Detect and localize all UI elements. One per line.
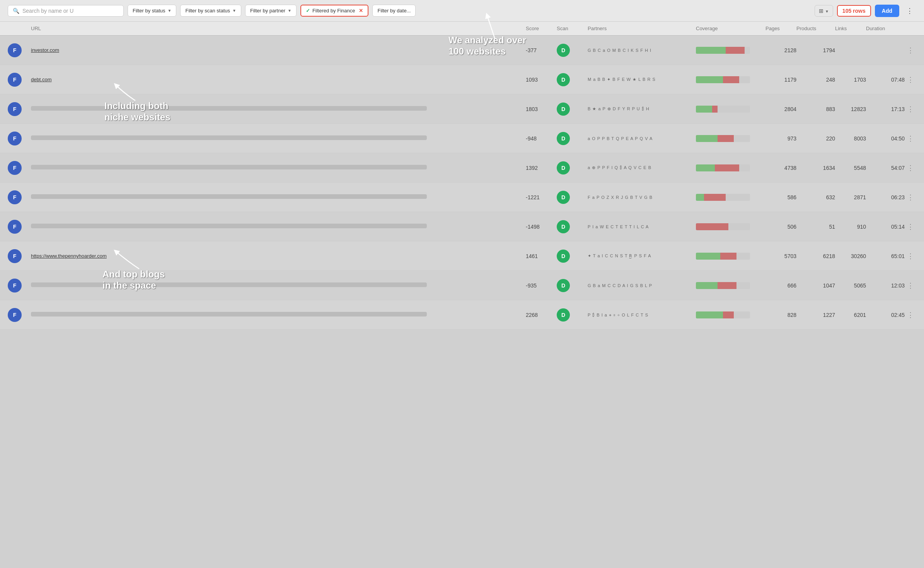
products-cell: 883 (796, 106, 835, 112)
search-placeholder: Search by name or U (22, 8, 73, 14)
filter-status-label: Filter by status (133, 8, 165, 14)
filter-status-button[interactable]: Filter by status ▼ (128, 5, 176, 17)
url-link[interactable]: debt.com (31, 77, 526, 82)
table-row: F-948Da O P P B T Q P E A P Q V A 973220… (0, 124, 924, 153)
url-cell (31, 282, 526, 289)
partners-cell: a O P P B T Q P E A P Q V A (588, 136, 696, 141)
scan-badge: D (557, 132, 588, 145)
url-cell (31, 165, 526, 171)
url-cell (31, 106, 526, 112)
layout-button[interactable]: ⊞ ▼ (815, 5, 833, 17)
url-cell (31, 194, 526, 200)
row-menu-button[interactable]: ⋮ (905, 75, 916, 84)
chevron-down-icon: ▼ (825, 9, 829, 14)
row-menu-button[interactable]: ⋮ (905, 193, 916, 202)
row-menu-button[interactable]: ⋮ (905, 252, 916, 260)
score-cell: 1392 (526, 165, 557, 171)
row-menu-button[interactable]: ⋮ (905, 134, 916, 143)
products-cell: 1047 (796, 282, 835, 289)
coverage-cell (696, 106, 765, 113)
search-box[interactable]: 🔍 Search by name or U (8, 5, 124, 17)
coverage-green (696, 135, 718, 142)
duration-cell: 05:14 (866, 224, 905, 230)
coverage-cell (696, 76, 765, 83)
header-avatar (8, 26, 31, 31)
coverage-green (696, 253, 720, 260)
header-duration: Duration (866, 26, 905, 31)
search-icon: 🔍 (13, 8, 19, 14)
partners-cell: ✦ T a I C C N S T R̲ P S F A (588, 253, 696, 258)
row-menu-button[interactable]: ⋮ (905, 105, 916, 113)
partners-cell: G B a M C C D A I G S B L P (588, 283, 696, 288)
table-row: F1803DB ★ a P ⊕ D F Y R P U ₿ H 28048831… (0, 94, 924, 124)
coverage-cell (696, 164, 765, 171)
coverage-bar (696, 47, 750, 54)
partners-cell: P ₿ B I a ⊕ ≋ ÷ O L F C T S (588, 313, 696, 317)
row-menu-button[interactable]: ⋮ (905, 222, 916, 231)
duration-cell: 65:01 (866, 253, 905, 259)
row-menu-button[interactable]: ⋮ (905, 164, 916, 172)
filter-scan-button[interactable]: Filter by scan status ▼ (180, 5, 241, 17)
url-cell: investor.com (31, 47, 526, 53)
partners-cell: P I a W E C T E T T I L C A (588, 224, 696, 229)
coverage-red (726, 47, 745, 54)
url-cell (31, 224, 526, 230)
coverage-green (696, 311, 723, 318)
score-cell: -1221 (526, 194, 557, 200)
score-cell: -1498 (526, 224, 557, 230)
coverage-red (718, 135, 734, 142)
row-menu-button[interactable]: ⋮ (905, 281, 916, 290)
table-row: Fdebt.com1093DM a B B ✦ B F E W ★ L B R … (0, 65, 924, 94)
pages-cell: 1179 (765, 77, 796, 83)
pages-cell: 2128 (765, 47, 796, 53)
table-row: F2268DP ₿ B I a ⊕ ≋ ÷ O L F C T S 828122… (0, 300, 924, 330)
coverage-green (696, 106, 712, 113)
row-menu-button[interactable]: ⋮ (905, 46, 916, 55)
more-icon: ⋮ (906, 7, 913, 15)
url-placeholder (31, 282, 427, 287)
header-coverage: Coverage (696, 26, 765, 31)
chevron-down-icon: ▼ (168, 9, 172, 13)
layout-icon: ⊞ (819, 8, 823, 14)
row-menu-button[interactable]: ⋮ (905, 311, 916, 319)
score-cell: 1461 (526, 253, 557, 259)
check-icon: ✓ (306, 8, 310, 14)
pages-cell: 586 (765, 194, 796, 200)
coverage-cell (696, 253, 765, 260)
filter-finance-button[interactable]: ✓ Filtered by Finance ✕ (300, 5, 369, 17)
scan-badge: D (557, 191, 588, 204)
url-cell: debt.com (31, 77, 526, 82)
avatar: F (8, 43, 31, 57)
coverage-red (723, 76, 739, 83)
url-placeholder (31, 224, 427, 228)
url-placeholder (31, 135, 427, 140)
duration-cell: 54:07 (866, 165, 905, 171)
rows-count-badge[interactable]: 105 rows (837, 5, 871, 17)
url-cell: https://www.thepennyhoarder.com (31, 253, 526, 259)
score-cell: -948 (526, 135, 557, 142)
header-pages: Pages (765, 26, 796, 31)
coverage-red (704, 194, 726, 201)
url-link[interactable]: investor.com (31, 47, 526, 53)
url-placeholder (31, 165, 427, 169)
pages-cell: 506 (765, 224, 796, 230)
table-header: URL Score Scan Partners Coverage Pages P… (0, 22, 924, 36)
url-placeholder (31, 106, 427, 111)
table-row: Finvestor.com-377DG B C a O M B C I K S … (0, 36, 924, 65)
url-link[interactable]: https://www.thepennyhoarder.com (31, 253, 526, 259)
avatar: F (8, 73, 31, 87)
pages-cell: 828 (765, 312, 796, 318)
add-button[interactable]: Add (875, 5, 899, 17)
scan-badge: D (557, 161, 588, 175)
close-icon[interactable]: ✕ (359, 8, 363, 14)
filter-partner-button[interactable]: Filter by partner ▼ (245, 5, 297, 17)
coverage-cell (696, 223, 765, 230)
coverage-green (696, 194, 704, 201)
pages-cell: 5703 (765, 253, 796, 259)
coverage-red (718, 282, 736, 289)
coverage-bar (696, 282, 750, 289)
pages-cell: 2804 (765, 106, 796, 112)
score-cell: 2268 (526, 312, 557, 318)
filter-date-button[interactable]: Filter by date... (372, 5, 416, 17)
more-options-button[interactable]: ⋮ (903, 5, 916, 17)
